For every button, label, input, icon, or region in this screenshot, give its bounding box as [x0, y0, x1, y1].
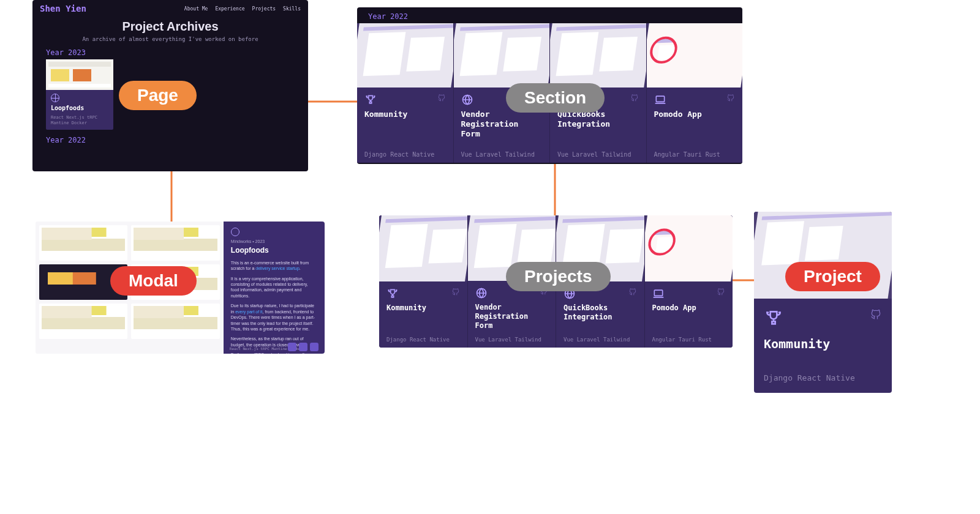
page-subtitle: An archive of almost everything I've wor…: [32, 36, 308, 42]
diagram-node-section: Section: [506, 83, 605, 113]
project-name: Pomodo App: [654, 110, 736, 119]
project-name: Kommunity: [764, 337, 882, 351]
thumbnail: [379, 215, 467, 281]
project-tags: Vue Laravel Tailwind: [461, 145, 543, 158]
action-icon[interactable]: [288, 343, 296, 351]
github-icon[interactable]: [717, 288, 725, 296]
gallery-tile[interactable]: [39, 304, 127, 339]
github-icon[interactable]: [628, 288, 637, 296]
laptop-icon: [654, 94, 666, 106]
nav: About Me Experience Projects Skills: [184, 6, 301, 12]
globe-icon: [51, 94, 59, 102]
project-tags: React Next.js tRPC Mantine Docker: [51, 115, 108, 126]
project-name: QuickBooks Integration: [564, 304, 637, 322]
project-tags: Django React Native: [364, 145, 446, 158]
svg-rect-6: [656, 96, 664, 102]
modal-paragraph: By the way, tRPC as backend is a really …: [231, 352, 317, 354]
diagram-node-project: Project: [785, 262, 880, 291]
thumbnail: [647, 23, 743, 88]
thumbnail: [357, 23, 453, 88]
github-icon[interactable]: [437, 94, 446, 102]
project-tags: Angular Tauri Rust: [652, 330, 726, 343]
gallery-tile[interactable]: [131, 225, 219, 261]
project-card[interactable]: Kommunity Django React Native: [357, 23, 454, 163]
project-card[interactable]: Loopfoods React Next.js tRPC Mantine Doc…: [46, 59, 113, 130]
year-label: Year 2023: [46, 48, 308, 57]
project-tags: Django React Native: [386, 330, 460, 343]
github-icon[interactable]: [630, 94, 639, 102]
project-name: Loopfoods: [51, 105, 108, 111]
modal-paragraph: Due to its startup nature, I had to part…: [231, 303, 317, 332]
link[interactable]: delivery service startup: [255, 266, 300, 270]
project-panel[interactable]: Kommunity Django React Native: [754, 212, 892, 393]
thumbnail: [550, 23, 646, 88]
brand: Shen Yien: [40, 4, 86, 13]
breadcrumb: Mindworks • 2023: [231, 239, 317, 244]
project-tags: Vue Laravel Tailwind: [557, 145, 639, 158]
github-icon[interactable]: [451, 288, 460, 296]
project-card[interactable]: Pomodo App Angular Tauri Rust: [647, 23, 743, 163]
trophy-icon: [764, 308, 783, 328]
github-icon[interactable]: [726, 94, 735, 102]
project-name: Vendor Registration Form: [475, 303, 549, 330]
diagram-node-page: Page: [119, 81, 197, 110]
globe-icon: [461, 94, 473, 106]
thumbnail: [46, 59, 113, 90]
action-icon[interactable]: [299, 343, 307, 351]
project-tags: Vue Laravel Tailwind: [475, 330, 549, 343]
year-label: Year 2022: [46, 136, 308, 144]
laptop-icon: [652, 288, 665, 300]
trophy-icon: [386, 288, 399, 300]
link[interactable]: every part of it: [235, 310, 262, 314]
gallery-tile[interactable]: [39, 225, 127, 261]
project-tags: Vue Laravel Tailwind: [564, 330, 637, 343]
nav-item[interactable]: Skills: [283, 6, 301, 12]
modal-paragraph: This is an e-commerce website built from…: [231, 260, 317, 272]
project-name: Kommunity: [386, 304, 460, 313]
svg-rect-9: [654, 290, 662, 296]
github-icon[interactable]: [870, 308, 882, 321]
thumbnail: [645, 215, 733, 281]
globe-icon: [475, 287, 488, 299]
nav-item[interactable]: Projects: [252, 6, 276, 12]
modal-icon-bar: [288, 343, 318, 351]
page-title: Project Archives: [32, 20, 308, 34]
nav-item[interactable]: Experience: [215, 6, 244, 12]
action-icon[interactable]: [310, 343, 318, 351]
modal-title: Loopfoods: [231, 245, 317, 255]
gallery-tile[interactable]: [131, 304, 219, 339]
trophy-icon: [364, 94, 377, 106]
project-card[interactable]: Kommunity Django React Native: [379, 215, 468, 348]
project-name: Pomodo App: [652, 304, 726, 313]
project-name: Vendor Registration Form: [461, 110, 543, 140]
nav-item[interactable]: About Me: [184, 6, 208, 12]
modal-paragraph: It is a very comprehensive application, …: [231, 276, 317, 299]
project-tags: Django React Native: [764, 373, 882, 382]
globe-icon: [231, 228, 239, 236]
project-card[interactable]: Pomodo App Angular Tauri Rust: [645, 215, 733, 348]
thumbnail: [454, 23, 550, 88]
project-tags: Angular Tauri Rust: [654, 145, 736, 158]
modal-info: Mindworks • 2023 Loopfoods This is an e-…: [224, 222, 325, 354]
year-label: Year 2022: [368, 12, 742, 21]
project-name: Kommunity: [364, 110, 446, 119]
diagram-node-modal: Modal: [110, 266, 197, 296]
diagram-node-projects: Projects: [506, 262, 611, 291]
